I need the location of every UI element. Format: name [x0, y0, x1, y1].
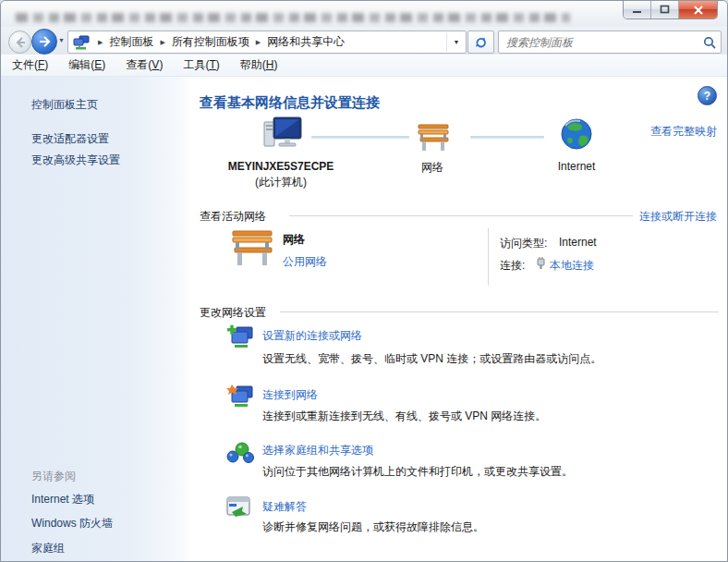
change-settings-header: 更改网络设置: [200, 305, 266, 321]
page-title: 查看基本网络信息并设置连接: [200, 94, 380, 112]
sidebar-item-change-adapter-settings[interactable]: 更改适配器设置: [31, 131, 109, 147]
breadcrumb-item-all-items[interactable]: 所有控制面板项: [172, 34, 249, 50]
breadcrumb-separator-icon[interactable]: ▶: [249, 39, 267, 46]
blurred-title-text: [16, 13, 570, 22]
new-connection-icon: [226, 324, 254, 352]
breadcrumb-separator-icon[interactable]: ▶: [153, 39, 171, 46]
menu-help[interactable]: 帮助(H): [240, 57, 278, 73]
map-connector-line: [311, 136, 409, 139]
close-button[interactable]: [679, 1, 717, 18]
refresh-button[interactable]: [467, 31, 494, 54]
active-networks-header: 查看活动网络: [200, 209, 266, 225]
maximize-icon: [660, 5, 670, 15]
breadcrumb-separator-icon[interactable]: ▶: [91, 39, 109, 46]
sidebar-item-homegroup[interactable]: 家庭组: [31, 541, 65, 556]
section-rule: [289, 215, 633, 216]
refresh-icon: [474, 35, 488, 49]
back-button[interactable]: [8, 31, 31, 54]
menu-edit[interactable]: 编辑(E): [68, 57, 105, 73]
map-computer-sub: (此计算机): [200, 175, 362, 190]
see-also-header: 另请参阅: [31, 469, 76, 484]
section-rule: [280, 312, 719, 312]
sidebar-item-change-advanced-sharing[interactable]: 更改高级共享设置: [31, 153, 120, 168]
menu-bar: 文件(F) 编辑(E) 查看(V) 工具(T) 帮助(H): [1, 55, 727, 77]
homegroup-icon: [226, 441, 254, 469]
sidebar-item-windows-firewall[interactable]: Windows 防火墙: [31, 516, 113, 531]
menu-tools[interactable]: 工具(T): [183, 57, 219, 73]
forward-button[interactable]: [31, 29, 57, 55]
map-connector-line: [470, 136, 544, 139]
breadcrumb: ▶ 控制面板 ▶ 所有控制面板项 ▶ 网络和共享中心: [91, 34, 446, 50]
map-network-label: 网络: [401, 160, 464, 176]
network-icon: [73, 35, 90, 50]
window-controls: [623, 1, 718, 19]
title-bar: [1, 1, 727, 27]
connect-to-network-desc: 连接到或重新连接到无线、有线、拨号或 VPN 网络连接。: [262, 409, 546, 424]
view-full-map-link[interactable]: 查看完整映射: [650, 124, 717, 140]
map-internet-label: Internet: [541, 160, 612, 173]
homegroup-sharing-link[interactable]: 选择家庭组和共享选项: [262, 443, 373, 458]
network-bench-icon[interactable]: [415, 123, 452, 156]
public-network-link[interactable]: 公用网络: [283, 254, 327, 270]
search-box: [498, 31, 722, 54]
sidebar-item-control-panel-home[interactable]: 控制面板主页: [31, 97, 98, 113]
active-network-name: 网络: [283, 232, 305, 248]
sidebar-item-internet-options[interactable]: Internet 选项: [31, 492, 94, 507]
connect-to-network-link[interactable]: 连接到网络: [262, 387, 318, 403]
help-icon[interactable]: ?: [698, 86, 717, 105]
connect-to-network-icon: [226, 384, 254, 411]
back-arrow-icon: [15, 37, 26, 48]
minimize-button[interactable]: [624, 1, 651, 18]
forward-arrow-icon: [38, 36, 51, 47]
maximize-button[interactable]: [651, 1, 679, 18]
troubleshoot-icon: [226, 496, 252, 522]
setup-new-connection-link[interactable]: 设置新的连接或网络: [262, 328, 362, 344]
active-network-bench-icon: [228, 228, 276, 273]
computer-icon[interactable]: [262, 116, 303, 156]
menu-file[interactable]: 文件(F): [12, 57, 48, 73]
access-type-value: Internet: [559, 236, 597, 249]
close-icon: [693, 5, 704, 16]
menu-view[interactable]: 查看(V): [126, 57, 163, 73]
recent-pages-dropdown[interactable]: ▼: [58, 37, 65, 43]
address-bar[interactable]: ▶ 控制面板 ▶ 所有控制面板项 ▶ 网络和共享中心 ▼: [67, 31, 467, 54]
address-dropdown-icon[interactable]: ▼: [446, 32, 466, 52]
breadcrumb-item-control-panel[interactable]: 控制面板: [109, 34, 153, 50]
network-sharing-center-window: ▼ ▶ 控制面板 ▶ 所有控制面板项 ▶ 网络和共享中心 ▼: [0, 0, 728, 562]
connect-disconnect-link[interactable]: 连接或断开连接: [639, 209, 717, 225]
local-connection-link[interactable]: 本地连接: [550, 258, 594, 274]
card-divider: [488, 228, 489, 286]
homegroup-sharing-desc: 访问位于其他网络计算机上的文件和打印机，或更改共享设置。: [262, 464, 573, 480]
connection-label: 连接:: [500, 258, 525, 274]
troubleshoot-desc: 诊断并修复网络问题，或获得故障排除信息。: [262, 519, 484, 535]
search-input[interactable]: [499, 36, 698, 49]
breadcrumb-item-network-center[interactable]: 网络和共享中心: [267, 34, 345, 50]
setup-new-connection-desc: 设置无线、宽带、拨号、临时或 VPN 连接；或设置路由器或访问点。: [262, 351, 601, 367]
ethernet-plug-icon: [536, 256, 546, 274]
troubleshoot-link[interactable]: 疑难解答: [262, 499, 307, 515]
minimize-icon: [632, 5, 642, 15]
search-icon[interactable]: [698, 36, 721, 49]
sidebar: [1, 77, 190, 561]
access-type-label: 访问类型:: [500, 236, 547, 251]
internet-globe-icon[interactable]: [560, 117, 593, 154]
map-computer-name: MEYINJXE5S7ECPE: [200, 160, 362, 173]
